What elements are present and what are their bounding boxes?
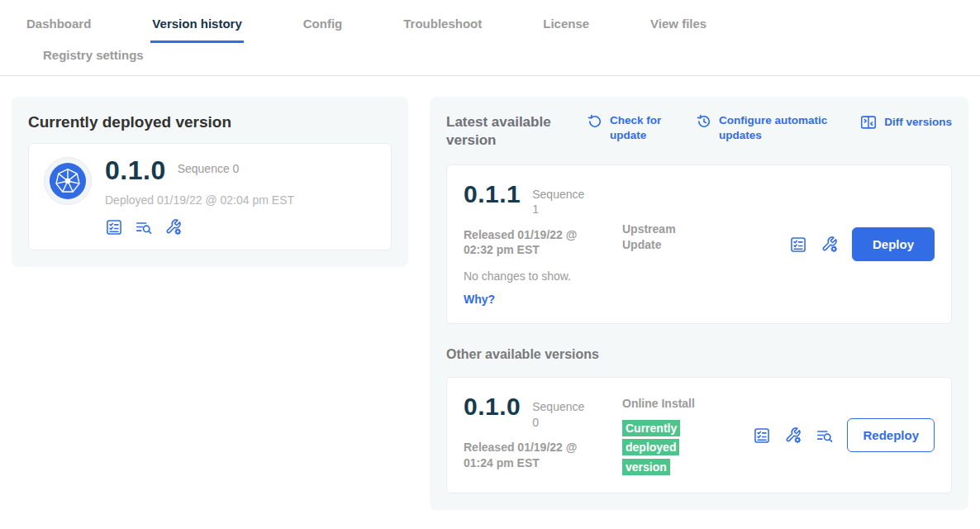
edit-config-icon[interactable] [164,218,183,236]
release-notes-icon[interactable] [753,427,771,445]
other-release-actions: Redeploy [753,418,935,452]
latest-panel-header: Latest available version Check for updat… [446,113,952,150]
refresh-icon [587,113,603,130]
latest-release-info: 0.1.1 Sequence 1 Released 01/19/22 @ 02:… [464,182,622,307]
deployed-timestamp: Deployed 01/19/22 @ 02:04 pm EST [105,193,294,207]
currently-deployed-badge: Currently deployed version [622,420,680,474]
redeploy-button[interactable]: Redeploy [847,418,935,452]
check-for-update-label: Check for update [610,113,671,142]
other-versions-title: Other available versions [446,347,952,362]
release-notes-icon[interactable] [105,218,123,236]
view-logs-icon[interactable] [816,427,834,445]
edit-config-icon[interactable] [821,236,839,254]
latest-release-card: 0.1.1 Sequence 1 Released 01/19/22 @ 02:… [446,164,952,324]
app-icon-ring [44,157,92,205]
tab-license[interactable]: License [541,12,591,43]
kubernetes-logo-icon [49,162,87,200]
current-sequence-label: Sequence 0 [178,157,240,175]
latest-release-source: Upstream Update [622,222,695,253]
deploy-button[interactable]: Deploy [852,227,935,261]
tab-version-history[interactable]: Version history [150,12,243,43]
currently-deployed-card: 0.1.0 Sequence 0 Deployed 01/19/22 @ 02:… [28,143,392,250]
latest-sequence-label: Sequence 1 [532,182,592,217]
other-released-timestamp: Released 01/19/22 @ 01:24 pm EST [464,440,606,471]
tab-troubleshoot[interactable]: Troubleshoot [402,12,483,43]
current-version-info: 0.1.0 Sequence 0 Deployed 01/19/22 @ 02:… [105,157,294,236]
latest-released-timestamp: Released 01/19/22 @ 02:32 pm EST [464,227,606,259]
latest-version-number: 0.1.1 [464,182,521,207]
release-notes-icon[interactable] [789,236,807,254]
configure-auto-updates-link[interactable]: Configure automatic updates [696,113,843,142]
tab-config[interactable]: Config [302,12,344,43]
tab-view-files[interactable]: View files [649,12,708,43]
diff-versions-link[interactable]: Diff versions [859,113,952,131]
currently-deployed-panel: Currently deployed version 0.1.0 Sequenc… [12,97,408,267]
diff-icon [859,113,878,131]
no-changes-text: No changes to show. [464,269,622,283]
edit-config-icon[interactable] [784,427,802,445]
why-link[interactable]: Why? [464,293,495,306]
currently-deployed-title: Currently deployed version [28,113,392,131]
tab-registry-settings[interactable]: Registry settings [41,43,145,75]
other-release-source: Online Install [622,396,695,412]
nav-row-primary: Dashboard Version history Config Trouble… [25,12,955,43]
check-for-update-link[interactable]: Check for update [587,113,671,142]
current-version-actions [105,218,294,236]
view-logs-icon[interactable] [135,218,153,236]
other-release-card: 0.1.0 Sequence 0 Released 01/19/22 @ 01:… [446,377,952,493]
configure-auto-updates-label: Configure automatic updates [719,113,843,142]
other-release-source-col: Online Install Currently deployed versio… [622,396,695,475]
diff-versions-label: Diff versions [884,113,952,130]
main-content: Currently deployed version 0.1.0 Sequenc… [0,76,980,529]
currently-deployed-badge-wrap: Currently deployed version [622,418,685,476]
latest-release-actions: Deploy [789,227,935,261]
current-version-number: 0.1.0 [105,157,166,183]
other-version-number: 0.1.0 [464,394,521,419]
other-sequence-label: Sequence 0 [532,394,592,429]
top-nav: Dashboard Version history Config Trouble… [0,0,980,76]
tab-dashboard[interactable]: Dashboard [25,12,93,43]
latest-available-title: Latest available version [446,113,562,150]
latest-available-panel: Latest available version Check for updat… [430,97,968,510]
other-release-info: 0.1.0 Sequence 0 Released 01/19/22 @ 01:… [464,394,622,470]
clock-refresh-icon [696,113,712,130]
nav-row-secondary: Registry settings [25,43,955,75]
